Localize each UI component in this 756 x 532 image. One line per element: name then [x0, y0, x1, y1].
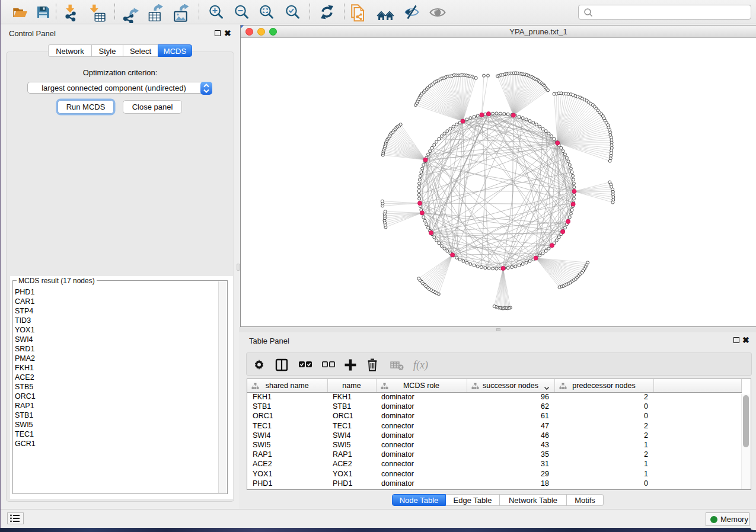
- svg-text:f(x): f(x): [413, 359, 428, 371]
